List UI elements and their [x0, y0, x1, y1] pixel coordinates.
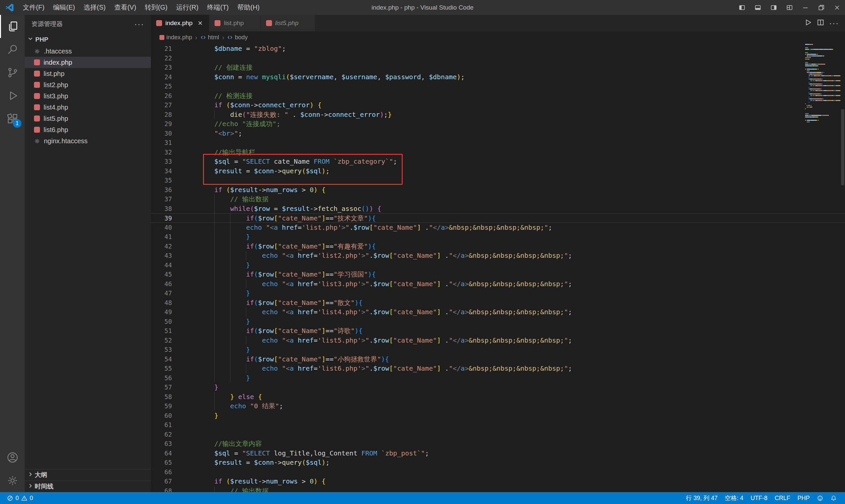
code-line[interactable]: 48 if($row["cate_Name"]=="散文"){ [151, 298, 845, 308]
code-line[interactable]: 61 [151, 420, 845, 430]
code-line[interactable]: 38 while($row = $result->fetch_assoc()) … [151, 204, 845, 214]
customize-layout-button[interactable] [781, 0, 797, 15]
line-number[interactable]: 51 [151, 326, 198, 336]
activity-bar-item-account[interactable] [0, 446, 25, 469]
line-number[interactable]: 32 [151, 147, 198, 157]
line-number[interactable]: 45 [151, 270, 198, 279]
activity-bar-item-extensions[interactable]: 1 [0, 107, 25, 130]
file-item-index.php[interactable]: index.php [25, 57, 151, 68]
line-number[interactable]: 26 [151, 91, 198, 101]
file-item-nginx.htaccess[interactable]: nginx.htaccess [25, 135, 151, 146]
menu-item[interactable]: 转到(G) [141, 0, 172, 15]
line-number[interactable]: 54 [151, 355, 198, 364]
code-line[interactable]: 21 $dbname = "zblog"; [151, 44, 845, 53]
tab-list.php[interactable]: list.php× [209, 15, 260, 31]
line-number[interactable]: 37 [151, 194, 198, 204]
code-line[interactable]: 32 //输出导航栏 [151, 147, 845, 157]
file-item-list2.php[interactable]: list2.php [25, 79, 151, 90]
line-number[interactable]: 67 [151, 476, 198, 486]
scrollbar-thumb[interactable] [841, 109, 844, 185]
file-item-list5.php[interactable]: list5.php [25, 113, 151, 124]
code-line[interactable]: 29 //echo "连接成功"; [151, 119, 845, 129]
code-line[interactable]: 25 [151, 82, 845, 91]
outline-section[interactable]: 大纲 [25, 469, 151, 481]
layout-sidebar-left-button[interactable] [734, 0, 750, 15]
menu-item[interactable]: 编辑(E) [49, 0, 79, 15]
file-item-.htaccess[interactable]: .htaccess [25, 46, 151, 57]
tab-close-icon[interactable]: × [196, 18, 204, 28]
code-line[interactable]: 51 if($row["cate_Name"]=="诗歌"){ [151, 326, 845, 336]
code-line[interactable]: 56 } [151, 373, 845, 383]
line-number[interactable]: 35 [151, 176, 198, 185]
line-number[interactable]: 21 [151, 44, 198, 53]
breadcrumb-item-index.php[interactable]: index.php [159, 34, 192, 41]
line-number[interactable]: 36 [151, 185, 198, 195]
line-number[interactable]: 53 [151, 345, 198, 355]
code-line[interactable]: 44 } [151, 260, 845, 270]
code-line[interactable]: 52 echo "<a href='list5.php'>".$row["cat… [151, 336, 845, 345]
timeline-section[interactable]: 时间线 [25, 481, 151, 492]
folder-section-php[interactable]: PHP [25, 33, 151, 46]
tab-list5.php[interactable]: list5.php× [261, 15, 316, 31]
more-actions-icon[interactable]: ··· [829, 18, 839, 28]
line-number[interactable]: 60 [151, 411, 198, 420]
code-line[interactable]: 41 } [151, 232, 845, 241]
file-item-list4.php[interactable]: list4.php [25, 102, 151, 113]
split-editor-icon[interactable] [816, 18, 825, 28]
code-line[interactable]: 34 $result = $conn->query($sql); [151, 166, 845, 176]
line-number[interactable]: 55 [151, 364, 198, 373]
line-number[interactable]: 42 [151, 241, 198, 251]
code-line[interactable]: 24 $conn = new mysqli($servername, $user… [151, 72, 845, 82]
line-number[interactable]: 46 [151, 279, 198, 289]
layout-sidebar-right-button[interactable] [766, 0, 781, 15]
line-number[interactable]: 28 [151, 110, 198, 120]
code-line[interactable]: 67 if ($result->num_rows > 0) { [151, 476, 845, 486]
line-number[interactable]: 23 [151, 63, 198, 72]
line-number[interactable]: 47 [151, 288, 198, 298]
more-actions-icon[interactable]: ··· [134, 19, 144, 29]
activity-bar-item-run-debug[interactable] [0, 84, 25, 107]
activity-bar-item-explorer[interactable] [0, 15, 25, 38]
menu-item[interactable]: 运行(R) [172, 0, 203, 15]
maximize-button[interactable] [813, 0, 829, 15]
code-line[interactable]: 39 if($row["cate_Name"]=="技术文章"){ [151, 213, 845, 223]
file-item-list6.php[interactable]: list6.php [25, 124, 151, 135]
code-line[interactable]: 59 echo "0 结果"; [151, 401, 845, 411]
line-number[interactable]: 30 [151, 129, 198, 138]
code-line[interactable]: 30 "<br>"; [151, 129, 845, 138]
line-number[interactable]: 31 [151, 138, 198, 147]
line-number[interactable]: 48 [151, 298, 198, 308]
encoding-status[interactable]: UTF-8 [747, 492, 771, 504]
line-number[interactable]: 65 [151, 458, 198, 467]
line-number[interactable]: 64 [151, 449, 198, 458]
minimap[interactable] [804, 44, 840, 123]
line-number[interactable]: 27 [151, 100, 198, 110]
menu-item[interactable]: 查看(V) [110, 0, 141, 15]
line-number[interactable]: 62 [151, 430, 198, 439]
breadcrumb-item-body[interactable]: body [227, 34, 248, 41]
menu-item[interactable]: 终端(T) [203, 0, 233, 15]
line-number[interactable]: 25 [151, 82, 198, 91]
code-line[interactable]: 49 echo "<a href='list4.php'>".$row["cat… [151, 307, 845, 317]
file-item-list.php[interactable]: list.php [25, 68, 151, 79]
code-line[interactable]: 53 } [151, 345, 845, 355]
line-number[interactable]: 50 [151, 317, 198, 326]
code-line[interactable]: 63 //输出文章内容 [151, 439, 845, 449]
code-line[interactable]: 50 } [151, 317, 845, 326]
line-number[interactable]: 34 [151, 166, 198, 176]
code-line[interactable]: 35 [151, 176, 845, 185]
indentation-status[interactable]: 空格: 4 [721, 492, 747, 504]
line-number[interactable]: 24 [151, 72, 198, 82]
feedback-icon[interactable] [813, 492, 827, 504]
line-number[interactable]: 44 [151, 260, 198, 270]
cursor-position[interactable]: 行 39, 列 47 [682, 492, 721, 504]
code-line[interactable]: 57 } [151, 382, 845, 392]
code-line[interactable]: 68 // 输出数据 [151, 486, 845, 492]
code-line[interactable]: 45 if($row["cate_Name"]=="学习强国"){ [151, 270, 845, 279]
code-line[interactable]: 28 die("连接失败: " . $conn->connect_error);… [151, 110, 845, 120]
code-line[interactable]: 54 if($row["cate_Name"]=="小狗拯救世界"){ [151, 355, 845, 364]
menu-item[interactable]: 文件(F) [18, 0, 49, 15]
line-number[interactable]: 40 [151, 223, 198, 232]
code-line[interactable]: 43 echo "<a href='list2.php'>".$row["cat… [151, 251, 845, 260]
file-item-list3.php[interactable]: list3.php [25, 90, 151, 102]
